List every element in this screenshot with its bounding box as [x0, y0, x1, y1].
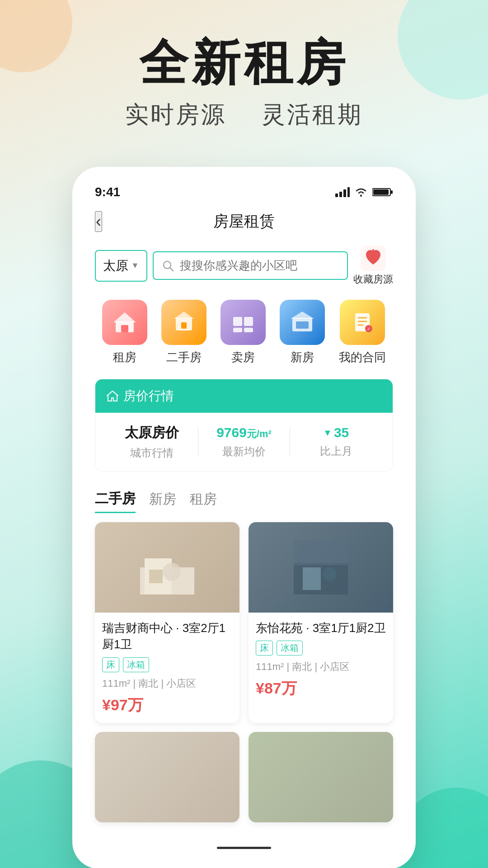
svg-rect-21: [244, 328, 253, 332]
hero-title: 全新租房: [0, 36, 488, 90]
svg-rect-19: [244, 317, 253, 326]
price-city-sub: 城市行情: [130, 446, 174, 460]
svg-marker-16: [174, 311, 194, 319]
listings-grid: 瑞吉财商中心 · 3室2厅1厨1卫 床 冰箱 111m² | 南北 | 小店区 …: [86, 518, 402, 836]
wifi-icon: [354, 187, 368, 197]
room-illustration-1: [140, 540, 194, 594]
tab-secondhand[interactable]: 二手房: [95, 490, 136, 513]
listing-tag-bed-2: 床: [256, 641, 273, 656]
price-change-col: ▼ 35 比上月: [290, 425, 382, 458]
price-city-name: 太原房价: [125, 424, 179, 442]
price-change: ▼ 35: [323, 425, 349, 440]
city-selector[interactable]: 太原 ▼: [95, 250, 147, 282]
svg-rect-23: [296, 321, 309, 329]
svg-line-9: [170, 268, 173, 271]
listing-info-1: 瑞吉财商中心 · 3室2厅1厨1卫 床 冰箱 111m² | 南北 | 小店区 …: [95, 613, 239, 723]
search-input[interactable]: [180, 259, 339, 273]
tab-new[interactable]: 新房: [149, 490, 176, 512]
category-contract[interactable]: ✓ 我的合同: [339, 300, 386, 365]
city-name: 太原: [103, 257, 128, 274]
svg-text:✓: ✓: [367, 326, 371, 331]
category-sell[interactable]: 卖房: [221, 300, 266, 365]
svg-marker-13: [113, 312, 136, 322]
category-new-label: 新房: [291, 349, 314, 365]
secondhand-icon: [170, 309, 197, 336]
status-time: 9:41: [95, 185, 120, 199]
listing-card-1[interactable]: 瑞吉财商中心 · 3室2厅1厨1卫 床 冰箱 111m² | 南北 | 小店区 …: [95, 522, 239, 723]
home-price-icon: [106, 390, 119, 402]
price-header: 房价行情: [95, 379, 393, 413]
search-icon: [162, 259, 174, 272]
listing-image-1: [95, 522, 239, 613]
price-value-sub: 最新均价: [222, 444, 266, 459]
svg-rect-20: [233, 328, 242, 332]
svg-rect-38: [303, 567, 321, 590]
status-icons: [335, 187, 393, 197]
category-rent-label: 租房: [113, 349, 136, 365]
phone-screen: 9:41: [72, 167, 416, 868]
listing-price-2: ¥87万: [256, 678, 386, 699]
hero-subtitle-left: 实时房源: [125, 101, 226, 127]
favorites-icon: [361, 245, 386, 271]
search-box[interactable]: [153, 251, 348, 280]
new-house-icon: [289, 309, 316, 336]
svg-rect-1: [339, 192, 342, 197]
svg-rect-34: [149, 570, 163, 583]
listing-card-4[interactable]: [249, 732, 393, 822]
listing-title-2: 东怡花苑 · 3室1厅1厨2卫: [256, 620, 386, 636]
listing-tag-fridge-2: 冰箱: [277, 641, 303, 656]
price-section: 房价行情 太原房价 城市行情 9769元/m² 最新均价 ▼: [95, 379, 393, 472]
svg-marker-31: [107, 391, 118, 401]
svg-point-39: [323, 567, 337, 581]
price-header-text: 房价行情: [123, 387, 174, 405]
favorites-button[interactable]: 收藏房源: [353, 245, 393, 286]
listing-image-3: [95, 732, 239, 822]
listing-tags-2: 床 冰箱: [256, 641, 386, 656]
svg-rect-17: [181, 322, 187, 329]
price-change-sub: 比上月: [320, 444, 352, 458]
listing-tags-1: 床 冰箱: [102, 657, 232, 672]
home-indicator: [86, 836, 402, 855]
category-secondhand[interactable]: 二手房: [161, 300, 206, 365]
listing-meta-1: 111m² | 南北 | 小店区: [102, 677, 232, 690]
sell-icon: [230, 309, 257, 336]
listing-meta-2: 111m² | 南北 | 小店区: [256, 660, 386, 674]
category-sell-label: 卖房: [231, 349, 255, 365]
svg-rect-18: [233, 317, 242, 326]
listing-tag-fridge-1: 冰箱: [123, 657, 149, 672]
back-button[interactable]: ‹: [95, 211, 102, 232]
search-area: 太原 ▼ 收藏房源: [86, 241, 402, 295]
price-value: 9769元/m²: [216, 425, 272, 441]
listing-card-2[interactable]: 东怡花苑 · 3室1厅1厨2卫 床 冰箱 111m² | 南北 | 小店区 ¥8…: [249, 522, 393, 723]
categories: 租房 二手房: [86, 295, 402, 374]
svg-point-35: [163, 563, 181, 581]
status-bar: 9:41: [86, 180, 402, 207]
favorites-label: 收藏房源: [353, 273, 393, 286]
category-secondhand-label: 二手房: [166, 349, 202, 365]
room-illustration-2: [294, 540, 348, 594]
listing-tag-bed-1: 床: [102, 657, 119, 672]
listing-image-2: [249, 522, 393, 613]
svg-rect-7: [373, 189, 389, 195]
category-new[interactable]: 新房: [280, 300, 325, 365]
category-rent[interactable]: 租房: [102, 300, 147, 365]
nav-bar: ‹ 房屋租赁: [86, 207, 402, 241]
svg-rect-3: [347, 187, 350, 197]
price-body: 太原房价 城市行情 9769元/m² 最新均价 ▼ 35 比上月: [95, 413, 393, 471]
svg-rect-2: [343, 189, 346, 197]
svg-rect-0: [335, 193, 338, 197]
hero-subtitle: 实时房源 灵活租期: [0, 99, 488, 131]
listing-card-3[interactable]: [95, 732, 239, 822]
svg-rect-14: [121, 325, 128, 332]
svg-marker-24: [291, 311, 314, 319]
svg-rect-37: [294, 540, 348, 565]
listing-image-4: [249, 732, 393, 822]
property-tabs: 二手房 新房 租房: [86, 481, 402, 518]
svg-rect-11: [372, 249, 374, 253]
listing-info-2: 东怡花苑 · 3室1厅1厨2卫 床 冰箱 111m² | 南北 | 小店区 ¥8…: [249, 613, 393, 706]
phone-mockup: 9:41: [72, 167, 416, 868]
rent-icon: [111, 309, 138, 336]
price-city-col[interactable]: 太原房价 城市行情: [106, 424, 198, 460]
tab-rent[interactable]: 租房: [190, 490, 217, 512]
listing-title-1: 瑞吉财商中心 · 3室2厅1厨1卫: [102, 620, 232, 653]
